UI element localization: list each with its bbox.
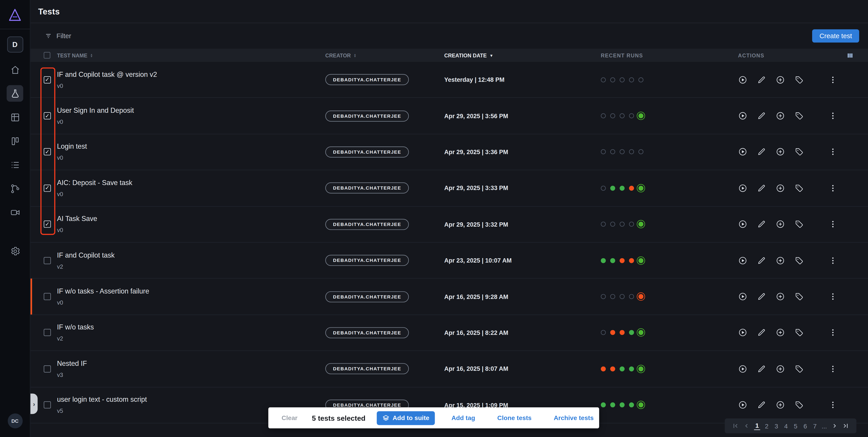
test-name-link[interactable]: IF w/o tasks - Assertion failure — [57, 288, 325, 295]
run-status-dot-fail[interactable] — [610, 366, 615, 371]
sidebar-item-test-list[interactable] — [6, 156, 23, 173]
more-actions-button[interactable] — [828, 75, 838, 85]
run-status-dot-empty[interactable] — [629, 77, 634, 82]
run-status-dot-pass[interactable] — [620, 186, 625, 191]
sidebar-item-tests[interactable] — [6, 85, 23, 102]
more-actions-button[interactable] — [828, 364, 838, 374]
row-checkbox[interactable] — [44, 184, 51, 192]
run-status-dot-pass-ring[interactable] — [639, 402, 644, 407]
run-status-dot-empty[interactable] — [629, 222, 634, 227]
row-checkbox[interactable] — [44, 329, 51, 336]
more-actions-button[interactable] — [828, 400, 838, 410]
tag-test-button[interactable] — [795, 183, 804, 193]
pagination-page-6[interactable]: 6 — [802, 422, 808, 430]
row-checkbox[interactable] — [44, 257, 51, 264]
run-status-dot-fail-ring[interactable] — [639, 294, 644, 299]
run-test-button[interactable] — [738, 111, 747, 121]
add-test-to-suite-button[interactable] — [776, 111, 785, 121]
run-status-dot-fail[interactable] — [629, 258, 634, 263]
sidebar-item-suites[interactable] — [6, 133, 23, 149]
add-tag-button[interactable]: Add tag — [452, 415, 475, 421]
run-status-dot-pass-ring[interactable] — [639, 258, 644, 263]
add-test-to-suite-button[interactable] — [776, 364, 785, 374]
more-actions-button[interactable] — [828, 256, 838, 265]
row-checkbox[interactable] — [44, 221, 51, 228]
row-checkbox[interactable] — [44, 365, 51, 372]
run-status-dot-empty[interactable] — [629, 113, 634, 119]
add-test-to-suite-button[interactable] — [776, 183, 785, 193]
more-actions-button[interactable] — [828, 220, 838, 229]
run-status-dot-empty[interactable] — [610, 113, 615, 119]
edit-test-button[interactable] — [757, 147, 766, 157]
run-test-button[interactable] — [738, 147, 747, 157]
column-header-creation-date[interactable]: CREATION DATE ▼ — [444, 52, 601, 58]
more-actions-button[interactable] — [828, 292, 838, 301]
run-status-dot-empty[interactable] — [629, 294, 634, 299]
run-test-button[interactable] — [738, 292, 747, 301]
run-test-button[interactable] — [738, 400, 747, 410]
more-actions-button[interactable] — [828, 328, 838, 338]
pagination-last-button[interactable] — [842, 422, 849, 430]
test-name-link[interactable]: Nested IF — [57, 360, 325, 367]
filter-button[interactable]: Filter — [45, 32, 71, 40]
run-status-dot-fail[interactable] — [620, 258, 625, 263]
run-status-dot-empty[interactable] — [620, 294, 625, 299]
run-status-dot-fail[interactable] — [629, 186, 634, 191]
edit-test-button[interactable] — [757, 400, 766, 410]
run-status-dot-empty[interactable] — [610, 294, 615, 299]
test-name-link[interactable]: IF w/o tasks — [57, 324, 325, 331]
app-logo[interactable] — [6, 6, 24, 24]
user-avatar[interactable]: DC — [7, 413, 22, 428]
tag-test-button[interactable] — [795, 220, 804, 229]
sidebar-item-settings[interactable] — [6, 243, 23, 259]
test-name-link[interactable]: AI Task Save — [57, 215, 325, 223]
run-test-button[interactable] — [738, 220, 747, 229]
run-status-dot-pass[interactable] — [601, 402, 606, 407]
test-name-link[interactable]: user login text - custom script — [57, 396, 325, 404]
sidebar-expand-handle[interactable]: › — [31, 394, 38, 414]
edit-test-button[interactable] — [757, 256, 766, 265]
run-status-dot-empty[interactable] — [610, 77, 615, 82]
row-checkbox[interactable] — [44, 148, 51, 156]
run-status-dot-empty[interactable] — [620, 149, 625, 155]
tag-test-button[interactable] — [795, 147, 804, 157]
run-status-dot-empty[interactable] — [601, 113, 606, 119]
run-status-dot-empty[interactable] — [629, 149, 634, 155]
edit-test-button[interactable] — [757, 328, 766, 338]
edit-test-button[interactable] — [757, 292, 766, 301]
run-status-dot-empty[interactable] — [601, 294, 606, 299]
run-test-button[interactable] — [738, 183, 747, 193]
more-actions-button[interactable] — [828, 183, 838, 193]
edit-test-button[interactable] — [757, 183, 766, 193]
run-status-dot-pass[interactable] — [610, 258, 615, 263]
run-status-dot-empty[interactable] — [601, 186, 606, 191]
add-test-to-suite-button[interactable] — [776, 256, 785, 265]
sidebar-item-data-table[interactable] — [6, 109, 23, 125]
run-status-dot-pass-ring[interactable] — [639, 186, 644, 191]
pagination-page-3[interactable]: 3 — [773, 422, 779, 430]
run-test-button[interactable] — [738, 75, 747, 85]
tag-test-button[interactable] — [795, 111, 804, 121]
run-status-dot-empty[interactable] — [639, 77, 644, 82]
run-status-dot-empty[interactable] — [639, 149, 644, 155]
test-name-link[interactable]: User Sign In and Deposit — [57, 107, 325, 114]
run-status-dot-pass[interactable] — [629, 402, 634, 407]
add-test-to-suite-button[interactable] — [776, 147, 785, 157]
column-header-test-name[interactable]: TEST NAME ▲▼ — [57, 52, 325, 58]
run-status-dot-pass[interactable] — [620, 366, 625, 371]
row-checkbox[interactable] — [44, 76, 51, 83]
column-header-creator[interactable]: CREATOR ▲▼ — [325, 52, 444, 58]
create-test-button[interactable]: Create test — [812, 29, 859, 43]
pagination-page-2[interactable]: 2 — [764, 422, 769, 430]
tag-test-button[interactable] — [795, 292, 804, 301]
run-status-dot-pass[interactable] — [629, 330, 634, 335]
add-test-to-suite-button[interactable] — [776, 328, 785, 338]
tag-test-button[interactable] — [795, 328, 804, 338]
tag-test-button[interactable] — [795, 364, 804, 374]
run-status-dot-pass[interactable] — [620, 402, 625, 407]
run-status-dot-pass[interactable] — [601, 258, 606, 263]
pagination-page-5[interactable]: 5 — [793, 422, 798, 430]
run-test-button[interactable] — [738, 328, 747, 338]
run-status-dot-fail[interactable] — [601, 366, 606, 371]
run-status-dot-empty[interactable] — [620, 113, 625, 119]
